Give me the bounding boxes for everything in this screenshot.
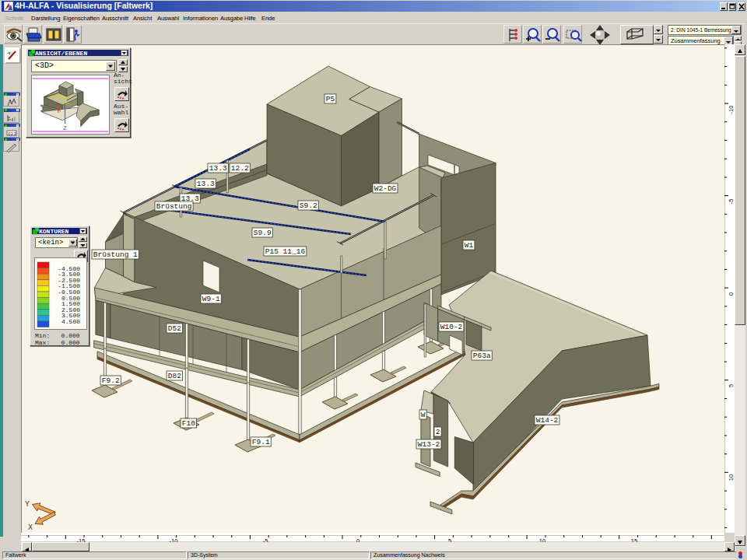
svg-text:S9.9: S9.9 — [254, 229, 272, 237]
svg-text:Brüstung 1: Brüstung 1 — [93, 250, 138, 259]
svg-text:-5: -5 — [728, 199, 735, 205]
svg-text:F9.1: F9.1 — [252, 438, 270, 446]
svg-text:S9.2: S9.2 — [300, 201, 317, 210]
svg-text:X: X — [28, 523, 33, 532]
svg-text:W14-2: W14-2 — [536, 416, 559, 425]
svg-text:023: 023 — [8, 131, 16, 137]
svg-text:W9-1: W9-1 — [202, 295, 220, 303]
svg-text:W10-2: W10-2 — [440, 323, 463, 331]
svg-text:P5: P5 — [326, 95, 335, 103]
svg-text:W13-2: W13-2 — [418, 440, 440, 449]
svg-text:D82: D82 — [168, 372, 181, 380]
svg-text:P15 11_16: P15 11_16 — [265, 247, 306, 256]
svg-text:13.3: 13.3 — [197, 180, 215, 188]
svg-text:4.500: 4.500 — [61, 318, 80, 325]
svg-text:2: 2 — [436, 428, 440, 436]
svg-text:W1: W1 — [465, 241, 474, 250]
svg-text:10: 10 — [728, 474, 735, 481]
svg-text:F9.2: F9.2 — [102, 376, 120, 385]
svg-text:12.2: 12.2 — [231, 164, 249, 173]
svg-text:0: 0 — [728, 292, 735, 296]
svg-text:D52: D52 — [168, 324, 181, 333]
svg-text:5: 5 — [728, 384, 735, 387]
svg-text:Y: Y — [25, 500, 30, 509]
svg-text:F10: F10 — [182, 419, 195, 428]
svg-text:P63a: P63a — [473, 352, 491, 360]
svg-text:13.3: 13.3 — [209, 164, 227, 173]
svg-text:W: W — [421, 411, 426, 419]
svg-text:Brüstung: Brüstung — [156, 202, 192, 211]
svg-text:-10: -10 — [728, 106, 735, 114]
svg-text:W2-DG: W2-DG — [374, 184, 397, 193]
svg-text:Z: Z — [63, 124, 67, 131]
